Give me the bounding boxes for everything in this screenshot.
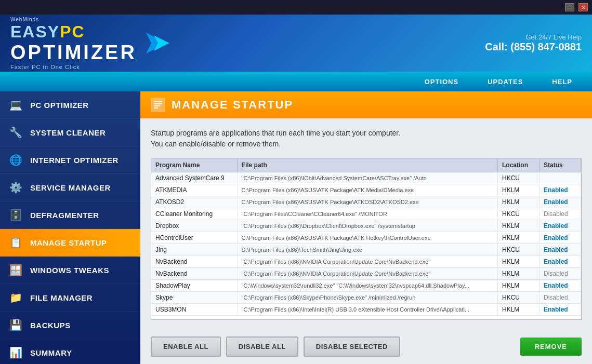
cell-file-path: C:\Program Files (x86)\ASUS\ATK Package\… <box>237 232 497 244</box>
cell-program-name: ATKMEDIA <box>151 184 237 196</box>
table-row[interactable]: JingD:\Program Files (x86)\TechSmith\Jin… <box>151 244 581 256</box>
sidebar-item-system-cleaner[interactable]: 🔧 SYSTEM CLEANER <box>0 119 140 146</box>
table-row[interactable]: USB3MON"C:\Program Files (x86)\Intel\Int… <box>151 304 581 316</box>
sidebar-label-system-cleaner: SYSTEM CLEANER <box>30 128 106 137</box>
cell-location: HKCU <box>498 292 540 304</box>
defragmenter-icon: 🗄️ <box>8 207 24 223</box>
table-row[interactable]: ATKOSD2C:\Program Files (x86)\ASUS\ATK P… <box>151 196 581 208</box>
minimize-button[interactable]: — <box>565 3 574 11</box>
cell-location: HKCU <box>498 208 540 220</box>
sidebar-item-defragmenter[interactable]: 🗄️ DEFRAGMENTER <box>0 201 140 229</box>
col-file-path: File path <box>237 158 497 172</box>
content-header: MANAGE STARTUP <box>140 91 592 118</box>
nav-help[interactable]: HELP <box>537 72 587 91</box>
cell-program-name: NvBackend <box>151 268 237 280</box>
sidebar-item-summary[interactable]: 📊 SUMMARY <box>0 339 140 364</box>
content-header-icon <box>151 98 165 112</box>
cell-location: HKLM <box>498 268 540 280</box>
cell-status: Enabled <box>540 304 581 316</box>
cell-program-name: ShadowPlay <box>151 280 237 292</box>
sidebar-label-service-manager: SERVICE MANAGER <box>30 183 111 192</box>
cell-location: HKLM <box>498 304 540 316</box>
sidebar-item-backups[interactable]: 💾 BACKUPS <box>0 312 140 339</box>
svg-rect-2 <box>154 101 162 102</box>
svg-rect-5 <box>154 107 158 109</box>
sidebar-item-windows-tweaks[interactable]: 🪟 WINDOWS TWEAKS <box>0 257 140 284</box>
table-row[interactable]: CCleaner Monitoring"C:\Program Files\CCl… <box>151 208 581 220</box>
sidebar-item-file-manager[interactable]: 📁 FILE MANAGER <box>0 284 140 312</box>
svg-rect-4 <box>154 105 160 106</box>
cell-location: HKLM <box>498 256 540 268</box>
sidebar-label-windows-tweaks: WINDOWS TWEAKS <box>30 266 109 275</box>
service-manager-icon: ⚙️ <box>8 180 24 195</box>
content-body: Startup programs are applications that r… <box>140 118 592 329</box>
cell-location: HKLM <box>498 232 540 244</box>
system-cleaner-icon: 🔧 <box>8 125 24 140</box>
table-row[interactable]: NvBackend"C:\Program Files (x86)\NVIDIA … <box>151 268 581 280</box>
remove-button[interactable]: REMOVE <box>520 338 582 356</box>
content-title: MANAGE STARTUP <box>172 98 293 112</box>
windows-tweaks-icon: 🪟 <box>8 262 24 278</box>
table-row[interactable]: Skype"C:\Program Files (x86)\Skype\Phone… <box>151 292 581 304</box>
cell-status <box>540 172 581 184</box>
cell-program-name: CCleaner Monitoring <box>151 208 237 220</box>
brand-subtitle: Faster PC in One Click <box>10 64 137 70</box>
cell-status: Enabled <box>540 196 581 208</box>
cell-location: HKLM <box>498 196 540 208</box>
col-program-name: Program Name <box>151 158 237 172</box>
disable-selected-button[interactable]: DISABLE SELECTED <box>304 336 400 357</box>
file-manager-icon: 📁 <box>8 290 24 305</box>
footer-buttons: ENABLE ALL DISABLE ALL DISABLE SELECTED … <box>140 329 592 364</box>
disable-all-button[interactable]: DISABLE ALL <box>226 336 298 357</box>
sidebar-label-defragmenter: DEFRAGMENTER <box>30 211 99 220</box>
table-row[interactable]: ATKMEDIAC:\Program Files (x86)\ASUS\ATK … <box>151 184 581 196</box>
startup-table: Program Name File path Location Status A… <box>151 158 581 316</box>
cell-file-path: "C:\Windows\system32\rundll32.exe" "C:\W… <box>237 280 497 292</box>
cell-file-path: "C:\Program Files (x86)\IObit\Advanced S… <box>237 172 497 184</box>
summary-icon: 📊 <box>8 345 24 360</box>
cell-location: HKLM <box>498 184 540 196</box>
startup-table-container[interactable]: Program Name File path Location Status A… <box>151 158 582 320</box>
brand-optimizer: OPTIMIZER <box>10 42 137 64</box>
logo-main: EASYPC <box>10 22 137 42</box>
cell-file-path: C:\Program Files (x86)\ASUS\ATK Package\… <box>237 196 497 208</box>
close-button[interactable]: ✕ <box>578 3 588 11</box>
sidebar-item-pc-optimizer[interactable]: 💻 PC OPTIMIZER <box>0 91 140 119</box>
cell-status: Enabled <box>540 280 581 292</box>
cell-file-path: "C:\Program Files (x86)\Skype\Phone\Skyp… <box>237 292 497 304</box>
cell-program-name: Dropbox <box>151 220 237 232</box>
table-row[interactable]: Dropbox"C:\Program Files (x86)\Dropbox\C… <box>151 220 581 232</box>
sidebar-item-internet-optimizer[interactable]: 🌐 INTERNET OPTIMIZER <box>0 146 140 174</box>
cell-program-name: USB3MON <box>151 304 237 316</box>
description: Startup programs are applications that r… <box>151 128 582 150</box>
cell-status: Enabled <box>540 220 581 232</box>
content-area: MANAGE STARTUP Startup programs are appl… <box>140 91 592 364</box>
table-row[interactable]: ShadowPlay"C:\Windows\system32\rundll32.… <box>151 280 581 292</box>
phone-number: Call: (855) 847-0881 <box>485 41 582 53</box>
cell-status: Enabled <box>540 244 581 256</box>
title-bar: — ✕ <box>0 0 592 15</box>
col-location: Location <box>498 158 540 172</box>
sidebar-item-manage-startup[interactable]: 📋 MANAGE STARTUP <box>0 229 140 257</box>
cell-program-name: Skype <box>151 292 237 304</box>
cell-location: HKCU <box>498 244 540 256</box>
table-row[interactable]: NvBackend"C:\Program Files (x86)\NVIDIA … <box>151 256 581 268</box>
brand-top: WebMinds <box>10 17 137 22</box>
cell-status: Enabled <box>540 232 581 244</box>
cell-program-name: HControlUser <box>151 232 237 244</box>
sidebar-label-manage-startup: MANAGE STARTUP <box>30 238 107 247</box>
nav-updates[interactable]: UPDATES <box>473 72 537 91</box>
sidebar-label-pc-optimizer: PC OPTIMIZER <box>30 101 89 110</box>
cell-file-path: "C:\Program Files\CCleaner\CCleaner64.ex… <box>237 208 497 220</box>
cell-status: Enabled <box>540 256 581 268</box>
sidebar-item-service-manager[interactable]: ⚙️ SERVICE MANAGER <box>0 174 140 201</box>
cell-location: HKCU <box>498 172 540 184</box>
pc-optimizer-icon: 💻 <box>8 97 24 113</box>
enable-all-button[interactable]: ENABLE ALL <box>151 336 221 357</box>
cell-status: Disabled <box>540 208 581 220</box>
cell-program-name: NvBackend <box>151 256 237 268</box>
nav-options[interactable]: OPTIONS <box>410 72 473 91</box>
table-row[interactable]: HControlUserC:\Program Files (x86)\ASUS\… <box>151 232 581 244</box>
table-row[interactable]: Advanced SystemCare 9"C:\Program Files (… <box>151 172 581 184</box>
backups-icon: 💾 <box>8 317 24 333</box>
